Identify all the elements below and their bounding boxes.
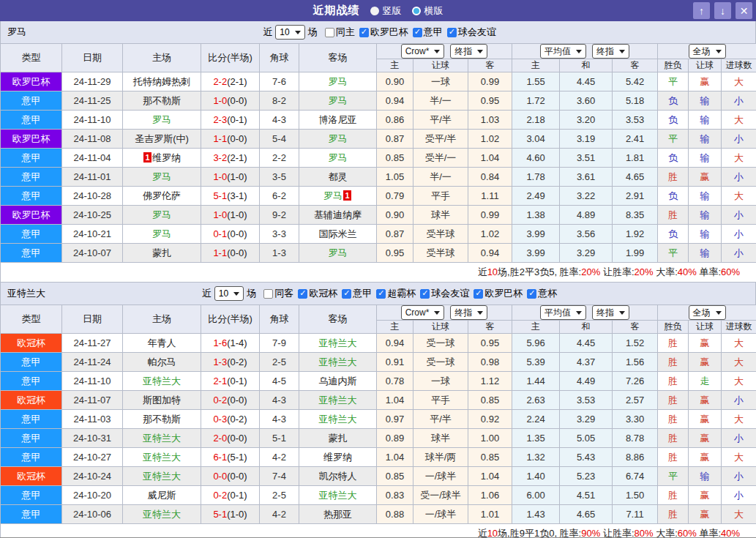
away-team-cell: 罗马 [299, 244, 377, 263]
result-winloss: 胜 [658, 168, 689, 187]
final-odds-select[interactable]: 终指 [450, 44, 487, 59]
same-venue-checkbox[interactable] [325, 28, 334, 37]
home-team-cell: 罗马 [123, 111, 201, 130]
league-filter-checkbox[interactable] [527, 289, 536, 299]
scope-select[interactable]: 全场 [689, 44, 726, 59]
result-winloss: 胜 [658, 448, 689, 467]
odds-avg-away: 8.86 [613, 448, 658, 467]
odds-avg-draw: 3.56 [560, 225, 613, 244]
games-count-select[interactable]: 10 [275, 25, 304, 40]
fulltime-score: 2-2 [213, 76, 227, 87]
score-cell: 2-3(0-1) [201, 111, 260, 130]
close-button[interactable]: ✕ [736, 2, 752, 19]
odds-avg-draw: 4.45 [560, 334, 613, 353]
avg-odds-select[interactable]: 平均值 [540, 44, 586, 59]
layout-horizontal-radio[interactable]: 横版 [412, 4, 444, 18]
away-team-name: 亚特兰大 [319, 490, 357, 501]
result-goals: 大 [722, 72, 756, 91]
col-header-type: 类型 [1, 44, 62, 72]
final-odds-select-2[interactable]: 终指 [592, 44, 629, 59]
odds-crow-handicap: 受半球 [413, 244, 468, 263]
odds-crow-away: 0.94 [468, 244, 512, 263]
odds-crow-home: 0.88 [377, 505, 413, 524]
result-handicap: 输 [689, 130, 722, 149]
away-team-name: 罗马 [329, 247, 348, 258]
chevron-down-icon [434, 311, 440, 315]
corner-score-cell: 2-2 [260, 149, 299, 168]
move-down-button[interactable]: ↓ [714, 2, 731, 19]
odds-crow-away: 0.85 [468, 448, 512, 467]
match-row: 意甲24-10-27亚特兰大6-1(5-1)4-2维罗纳1.04球半/两0.85… [1, 448, 756, 467]
league-filter-checkbox[interactable] [420, 289, 430, 299]
league-filter-checkbox[interactable] [376, 289, 386, 299]
scope-select[interactable]: 全场 [689, 305, 726, 320]
result-winloss: 负 [658, 91, 689, 111]
odds-crow-away: 0.99 [468, 206, 512, 225]
corner-score-cell: 4-3 [260, 391, 299, 410]
odds-crow-home: 0.94 [377, 91, 413, 111]
match-row: 意甲24-10-20威尼斯0-2(0-1)2-5亚特兰大0.83受一/球半1.0… [1, 486, 756, 505]
odds-avg-home: 4.60 [512, 149, 560, 168]
games-count-select-value: 10 [219, 288, 228, 299]
odds-crow-away: 1.11 [468, 187, 512, 206]
odds-avg-home: 1.35 [512, 429, 560, 448]
league-filter-checkbox[interactable] [342, 289, 351, 299]
league-filter-checkbox[interactable] [298, 289, 307, 299]
games-count-select[interactable]: 10 [214, 286, 244, 301]
final-odds-select[interactable]: 终指 [450, 305, 487, 320]
league-filter-checkbox[interactable] [359, 28, 369, 37]
sub-header-handicap-result: 让球 [689, 59, 722, 72]
result-goals: 小 [722, 91, 756, 111]
fulltime-score: 1-3 [213, 356, 227, 367]
halftime-score: (0-0) [227, 471, 247, 482]
score-cell: 2-1(0-1) [201, 372, 260, 391]
result-goals: 小 [722, 467, 756, 486]
odds-company-select[interactable]: Crow* [401, 44, 445, 59]
sub-header-avg-home: 主 [512, 59, 560, 72]
odds-crow-away: 1.02 [468, 225, 512, 244]
score-cell: 1-1(0-0) [201, 130, 260, 149]
match-date: 24-10-31 [62, 429, 123, 448]
same-venue-checkbox[interactable] [263, 289, 273, 299]
final-odds-select-2[interactable]: 终指 [592, 305, 629, 320]
match-row: 意甲24-11-10罗马2-3(0-1)4-3博洛尼亚0.86平/半1.032.… [1, 111, 756, 130]
result-goals: 大 [722, 111, 756, 130]
away-team-name: 亚特兰大 [319, 337, 357, 348]
team-section: 亚特兰大 近10场同客欧冠杯意甲超霸杯球会友谊欧罗巴杯意杯 类型 日期 主场 比… [0, 283, 756, 538]
result-goals: 小 [722, 486, 756, 505]
sub-header-avg-draw: 和 [560, 321, 613, 334]
odds-avg-away: 2.41 [613, 130, 658, 149]
odds-crow-handicap: 受一/球半 [413, 486, 468, 505]
odds-avg-draw: 5.05 [560, 429, 613, 448]
odds-avg-draw: 4.37 [560, 353, 613, 372]
league-filter-checkbox[interactable] [474, 289, 483, 299]
league-badge: 意甲 [1, 149, 62, 168]
sub-header-crow-away: 客 [468, 59, 512, 72]
halftime-score: (0-0) [227, 433, 247, 444]
layout-vertical-radio[interactable]: 竖版 [370, 4, 402, 18]
odds-company-select[interactable]: Crow* [401, 305, 445, 320]
results-tbody: 欧冠杯24-11-27年青人1-6(1-4)7-9亚特兰大0.94受一球0.95… [1, 334, 756, 524]
home-team-name: 圣吉罗斯(中) [135, 133, 189, 144]
fulltime-score: 0-2 [213, 490, 227, 501]
odds-avg-home: 1.40 [512, 467, 560, 486]
league-filter-checkbox[interactable] [447, 28, 457, 37]
odds-crow-handicap: 一球 [413, 72, 468, 91]
odds-avg-away: 1.52 [613, 334, 658, 353]
result-winloss: 平 [658, 72, 689, 91]
odds-crow-away: 1.03 [468, 111, 512, 130]
move-up-button[interactable]: ↑ [693, 2, 710, 19]
away-team-cell: 蒙扎 [299, 429, 377, 448]
result-goals: 小 [722, 244, 756, 263]
home-team-name: 蒙扎 [152, 247, 171, 258]
result-handicap: 输 [689, 225, 722, 244]
result-handicap: 走 [689, 372, 722, 391]
odds-crow-away: 0.95 [468, 91, 512, 111]
avg-odds-select[interactable]: 平均值 [540, 305, 586, 320]
league-filter-checkbox[interactable] [413, 28, 422, 37]
chevron-down-icon [619, 311, 625, 315]
summary-label: 单率: [697, 528, 721, 538]
summary-label: 场,胜2平3负5, 胜率: [498, 266, 581, 277]
up-arrow-icon: ↑ [699, 5, 704, 17]
odds-avg-away: 1.92 [613, 225, 658, 244]
